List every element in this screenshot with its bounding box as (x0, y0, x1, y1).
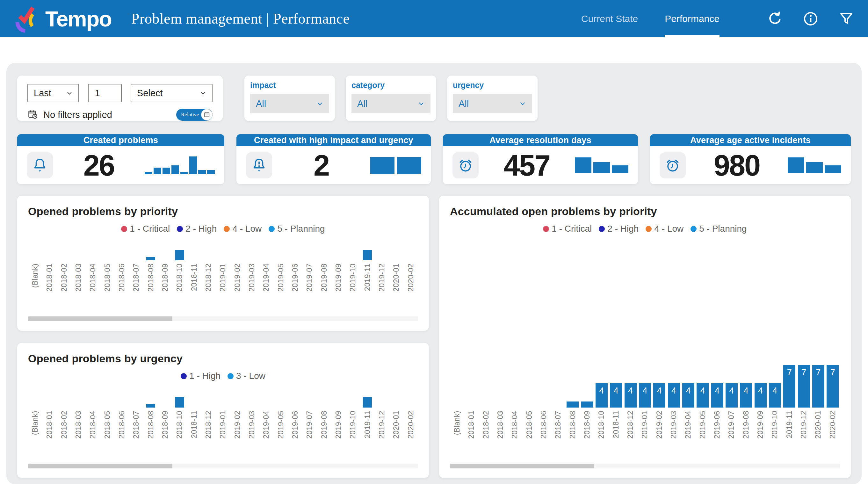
filter-icon[interactable] (839, 11, 854, 26)
category-dropdown[interactable]: All (352, 94, 430, 113)
legend-item[interactable]: 2 - High (177, 224, 217, 234)
kpi-high-impact-urgency: Created with high impact and urgency 2 (236, 134, 431, 184)
urgency-value: All (459, 98, 469, 109)
legend-item[interactable]: 4 - Low (224, 224, 261, 234)
relative-toggle[interactable]: Relative (176, 109, 212, 121)
bar-2018-09[interactable] (581, 401, 593, 407)
bar-2019-06[interactable]: 4 (711, 383, 723, 407)
bar-2018-08[interactable] (566, 401, 579, 407)
bar-slot: 4 (623, 383, 638, 407)
kpi-created-problems: Created problems 26 (17, 134, 224, 184)
legend-item[interactable]: 3 - Low (228, 371, 266, 381)
date-mode-dropdown[interactable]: Last (27, 84, 79, 102)
bar-2018-11[interactable]: 4 (610, 383, 622, 407)
bar-2019-11[interactable]: 7 (783, 365, 795, 407)
bar-slot (172, 397, 187, 407)
chart-scrollbar[interactable] (450, 464, 840, 468)
bar-2018-10[interactable]: 4 (596, 383, 608, 407)
bar-2018-10[interactable] (175, 250, 184, 260)
bar-2018-10[interactable] (175, 397, 184, 407)
bar-2020-02[interactable]: 7 (827, 365, 839, 407)
legend-item[interactable]: 1 - High (181, 371, 220, 381)
axis-label: 2018-07 (554, 411, 562, 439)
urgency-dropdown[interactable]: All (453, 94, 532, 113)
date-period-value: Select (137, 88, 163, 98)
refresh-icon[interactable] (767, 11, 783, 26)
axis-label: 2018-12 (204, 264, 213, 292)
bar-2019-08[interactable]: 4 (740, 383, 752, 407)
bar-data-label: 4 (686, 383, 690, 396)
relative-toggle-label: Relative (176, 111, 199, 118)
bar-data-label: 4 (700, 383, 705, 396)
dashboard-canvas: Last Select (7, 63, 861, 484)
bar-2019-05[interactable]: 4 (697, 383, 709, 407)
impact-value: All (256, 98, 266, 109)
date-period-dropdown[interactable]: Select (131, 84, 212, 102)
legend-item[interactable]: 2 - High (599, 224, 638, 234)
bar-2019-02[interactable]: 4 (653, 383, 665, 407)
impact-dropdown[interactable]: All (250, 94, 329, 113)
bar-2020-01[interactable]: 7 (812, 365, 824, 407)
scrollbar-thumb[interactable] (28, 316, 172, 321)
bar-2019-03[interactable]: 4 (668, 383, 680, 407)
bar-data-label: 4 (657, 383, 662, 396)
legend-dot-icon (690, 226, 697, 232)
bar-2019-11[interactable] (363, 397, 372, 407)
bar-2018-12[interactable]: 4 (625, 383, 637, 407)
kpi-value: 457 (479, 151, 575, 180)
chart-legend: 1 - High3 - Low (28, 369, 418, 383)
bar-2019-10[interactable]: 4 (769, 383, 781, 407)
info-icon[interactable] (803, 11, 818, 26)
axis-label: 2018-08 (147, 264, 155, 292)
axis-label: 2020-02 (407, 264, 415, 292)
bar-2019-04[interactable]: 4 (682, 383, 694, 407)
axis-label: 2019-08 (320, 411, 329, 439)
bar-data-label: 7 (787, 365, 792, 378)
bar-slot (580, 401, 594, 407)
axis-label: 2018-12 (204, 411, 213, 439)
legend-dot-icon (646, 226, 652, 232)
date-number-input[interactable] (88, 84, 122, 102)
sparkline-bar (154, 168, 161, 174)
chart-opened-problems-by-priority: Opened problems by priority 1 - Critical… (17, 196, 429, 331)
bar-2018-08[interactable] (146, 404, 155, 407)
slicer-category: category All (346, 75, 436, 121)
chart-scrollbar[interactable] (28, 316, 418, 321)
sparkline-bar (575, 157, 591, 173)
bar-2018-08[interactable] (146, 257, 155, 260)
legend-item[interactable]: 1 - Critical (121, 224, 170, 234)
bar-data-label: 4 (671, 383, 676, 396)
tab-current-state[interactable]: Current State (581, 0, 638, 37)
legend-item[interactable]: 1 - Critical (543, 224, 592, 234)
axis-label: 2018-04 (89, 264, 97, 292)
bar-2019-01[interactable]: 4 (639, 383, 651, 407)
bar-2019-09[interactable]: 4 (755, 383, 767, 407)
axis-label: 2019-09 (756, 411, 765, 439)
axis-label: 2019-08 (320, 264, 329, 292)
app-header: Tempo Problem management | Performance C… (0, 0, 868, 37)
sparkline-bar (397, 157, 421, 174)
sparkline-bar (612, 166, 628, 173)
scrollbar-thumb[interactable] (28, 464, 172, 468)
bar-2019-11[interactable] (363, 250, 372, 260)
scrollbar-thumb[interactable] (450, 464, 594, 468)
legend-item[interactable]: 5 - Planning (269, 224, 325, 234)
axis-label: 2019-03 (248, 264, 256, 292)
legend-item[interactable]: 4 - Low (646, 224, 684, 234)
bar-slot (144, 257, 158, 260)
axis-label: 2019-01 (640, 411, 649, 439)
plot-area (28, 383, 418, 407)
bar-slot: 4 (753, 383, 768, 407)
legend-dot-icon (228, 373, 234, 379)
legend-item[interactable]: 5 - Planning (690, 224, 747, 234)
chart-scrollbar[interactable] (28, 464, 418, 468)
logo-wordmark: Tempo (45, 8, 111, 29)
bar-2019-07[interactable]: 4 (725, 383, 738, 407)
axis-label: (Blank) (453, 411, 461, 435)
kpi-header: Average age active incidents (650, 134, 851, 146)
bar-2019-12[interactable]: 7 (798, 365, 810, 407)
axis-label: 2019-01 (219, 264, 227, 292)
tab-performance[interactable]: Performance (665, 0, 720, 37)
slicer-label: urgency (453, 81, 532, 90)
legend-dot-icon (224, 226, 230, 232)
